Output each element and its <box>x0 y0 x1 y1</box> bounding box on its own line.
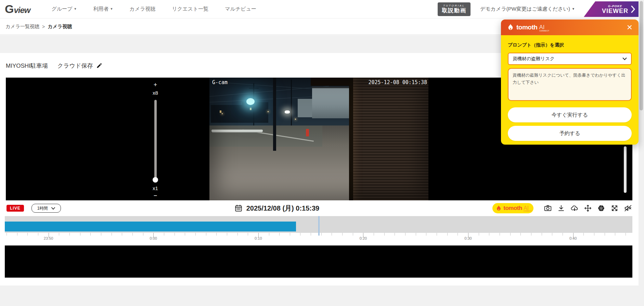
timeline-tick <box>206 233 206 236</box>
live-badge: LIVE <box>7 205 24 212</box>
timeline-tick <box>122 233 122 236</box>
tutorial-tag: TUTORIAL <box>443 4 465 7</box>
viewer-small-label: G-POKE <box>608 4 622 8</box>
run-now-button[interactable]: 今すぐ実行する <box>508 107 632 122</box>
timeline-tick <box>101 233 101 236</box>
timeline-tick <box>216 233 217 236</box>
timeline-tick <box>279 233 280 236</box>
download-icon[interactable] <box>557 204 566 213</box>
timeline-tick <box>510 233 511 236</box>
tomoth-panel-header: tomoth AICONNECT × <box>501 19 639 35</box>
current-datetime: 2025/12/08 (月) 0:15:39 <box>246 204 319 213</box>
timeline-tick <box>38 233 38 236</box>
timeline-track[interactable] <box>5 216 632 233</box>
tomoth-wordmark: tomoth <box>503 205 522 212</box>
osd-camera-label: G-cam <box>212 79 228 85</box>
camera-feed <box>209 78 428 200</box>
nav-menu: グループ▼ 利用者▼ カメラ視聴 リクエスト一覧 マルチビュー <box>51 6 256 12</box>
timeline-tick <box>164 233 164 236</box>
tomoth-ai-button[interactable]: tomoth AICONNECT <box>492 203 533 213</box>
camera-title: MIYOSHI駐車場 <box>6 62 48 70</box>
controls-center: 2025/12/08 (月) 0:15:39 <box>61 204 493 213</box>
timeline-tick <box>353 233 353 236</box>
prompt-select[interactable]: 資機材の盗難リスク <box>508 53 632 65</box>
pan-icon[interactable] <box>583 204 592 213</box>
gpoke-viewer-button[interactable]: G-POKE VIEWER <box>584 1 639 17</box>
zoom-slider[interactable] <box>154 100 157 182</box>
nav-item-group[interactable]: グループ▼ <box>51 6 77 12</box>
timeline-tick <box>269 233 269 236</box>
edit-pencil-icon[interactable] <box>96 63 102 69</box>
timeline-tick <box>90 233 91 236</box>
prompt-select-label: プロンプト（指示）を選択 <box>508 42 632 48</box>
timeline-labels: 23:500:000:100:200:300:40 <box>5 236 632 241</box>
gview-app: Gview グループ▼ 利用者▼ カメラ視聴 リクエスト一覧 マルチビュー TU… <box>0 0 644 306</box>
range-select[interactable]: 1時間 <box>31 204 61 213</box>
tutorial-video-button[interactable]: TUTORIAL 取説動画 <box>438 2 471 16</box>
nav-item-request-list[interactable]: リクエスト一覧 <box>172 6 208 12</box>
prompt-text-input[interactable]: 資機材の盗難リスクについて、箇条書きでわかりやすく出力して下さい <box>508 68 632 101</box>
zoom-in-button[interactable]: + <box>154 82 157 88</box>
timeline-tick <box>374 233 374 236</box>
page-footer <box>0 285 644 306</box>
tomoth-connect-label: CONNECT <box>524 210 532 212</box>
camera-storage-type: クラウド保存 <box>57 62 93 70</box>
timeline-tick <box>500 233 500 236</box>
controls-right: tomoth AICONNECT <box>492 203 632 213</box>
zoom-control: + x8 x1 − <box>143 82 167 199</box>
mute-icon[interactable] <box>623 204 632 213</box>
timeline-tick <box>17 233 17 236</box>
timeline-tick <box>112 233 112 236</box>
timeline-tick <box>416 233 416 236</box>
fullscreen-icon[interactable] <box>610 204 619 213</box>
player-scrollbar-thumb[interactable] <box>624 146 627 193</box>
chevron-down-icon <box>51 207 55 210</box>
timeline-recorded-bar[interactable] <box>5 222 296 231</box>
timeline-tick <box>384 233 385 236</box>
timeline-tick <box>489 233 489 236</box>
calendar-icon[interactable] <box>234 204 243 213</box>
timeline-tick <box>447 233 448 236</box>
gview-logo[interactable]: Gview <box>5 3 30 15</box>
flame-icon <box>496 205 502 212</box>
timeline-tick <box>332 233 332 236</box>
caret-down-icon: ▼ <box>572 7 575 11</box>
timeline-tick <box>175 233 175 236</box>
timeline-tick <box>80 233 80 236</box>
timeline-tick <box>520 233 521 236</box>
cloud-download-icon[interactable] <box>570 204 579 213</box>
breadcrumb-current: カメラ視聴 <box>48 24 72 30</box>
timeline-tick <box>143 233 143 236</box>
zoom-slider-thumb[interactable] <box>153 177 158 183</box>
account-dropdown[interactable]: デモカメラ(PW変更はご遠慮ください)▼ <box>480 6 575 12</box>
timeline-tick <box>531 233 531 236</box>
timeline-tick <box>615 233 615 236</box>
nav-item-camera-view[interactable]: カメラ視聴 <box>129 6 155 12</box>
timeline-tick <box>583 233 584 236</box>
camera-title-row: MIYOSHI駐車場 クラウド保存 <box>6 62 102 70</box>
snapshot-icon[interactable] <box>543 204 552 213</box>
reserve-button[interactable]: 予約する <box>508 126 632 141</box>
tomoth-panel-body: プロンプト（指示）を選択 資機材の盗難リスク 資機材の盗難リスクについて、箇条書… <box>501 35 639 145</box>
timeline-tick <box>237 233 238 236</box>
timeline-tick <box>300 233 300 236</box>
zoom-out-button[interactable]: − <box>154 192 157 199</box>
timeline-tick <box>437 233 437 236</box>
tutorial-label: 取説動画 <box>442 7 466 14</box>
timeline-preview-strip <box>5 245 632 278</box>
timeline-tick-label: 0:40 <box>569 236 577 240</box>
timeline-tick <box>594 233 594 236</box>
breadcrumb-camera-list[interactable]: カメラ一覧視聴 <box>5 24 39 30</box>
timeline-tick <box>552 233 552 236</box>
logo-rest: view <box>14 5 30 15</box>
close-icon[interactable]: × <box>627 23 632 32</box>
chevron-right-icon <box>631 5 635 13</box>
timeline-tick <box>290 233 290 236</box>
settings-icon[interactable] <box>597 204 606 213</box>
nav-item-users[interactable]: 利用者▼ <box>93 6 113 12</box>
feed-vignette <box>209 78 428 200</box>
page-scrollbar-thumb[interactable] <box>640 1 643 110</box>
timeline-tick <box>395 233 395 236</box>
timeline-tick <box>563 233 563 236</box>
nav-item-multi-view[interactable]: マルチビュー <box>225 6 256 12</box>
